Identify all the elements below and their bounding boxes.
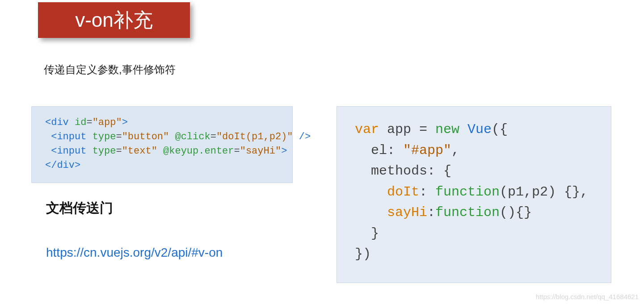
code-token: : [419,184,435,200]
doc-portal-heading: 文档传送门 [46,199,113,217]
html-code-block: <div id="app"> <input type="button" @cli… [31,106,293,183]
code-token: @keyup.enter [163,146,234,157]
code-token: el: [371,143,403,158]
code-token: <div [45,117,69,128]
code-token: var [355,122,379,137]
doc-portal-link[interactable]: https://cn.vuejs.org/v2/api/#v-on [46,246,223,260]
code-token: type [93,146,116,157]
code-token: doIt [387,184,419,200]
code-token: <input [51,146,86,157]
code-token: > [281,146,287,157]
code-token: = [86,117,92,128]
code-token: type [93,131,116,142]
code-token: id [75,117,86,128]
slide-title-badge: v-on补充 [38,2,190,38]
code-token [157,146,163,157]
code-token [355,163,371,179]
code-token [69,117,75,128]
code-token: "button" [122,131,169,142]
code-token [355,143,371,158]
code-token: : [427,205,435,220]
js-code-block: var app = new Vue({ el: "#app", methods:… [337,106,611,283]
code-token: > [122,117,128,128]
code-token: , [451,143,459,158]
code-token: function [435,184,500,200]
code-token: (){} [500,205,532,220]
code-token: sayHi [387,205,427,220]
code-token: } [371,226,379,241]
code-token: "text" [122,146,157,157]
code-token [379,122,387,137]
code-token: function [435,205,500,220]
code-token: "sayHi" [240,146,281,157]
code-token: methods: { [371,163,451,179]
watermark-text: https://blog.csdn.net/qq_41684621 [536,293,639,300]
code-token [86,146,92,157]
code-token [355,205,387,220]
code-token: = [210,131,216,142]
code-token: Vue [467,122,492,137]
code-token: ({ [492,122,508,137]
code-token [45,146,51,157]
code-token: new [435,122,459,137]
code-token: "app" [93,117,122,128]
code-token: = [116,146,122,157]
code-token: "#app" [403,143,451,158]
code-token: (p1,p2) {}, [500,184,588,200]
code-token [169,131,175,142]
code-token [45,131,51,142]
code-token [355,226,371,241]
code-token: </div> [45,160,80,171]
slide-subtitle: 传递自定义参数,事件修饰符 [44,62,176,77]
code-token: @click [175,131,210,142]
code-token: = [419,122,435,137]
code-token [86,131,92,142]
code-token: /> [293,131,311,142]
code-token [355,184,387,200]
code-token: app [387,122,419,137]
code-token: = [234,146,240,157]
code-token: <input [51,131,86,142]
code-token: }) [355,246,371,262]
code-token: = [116,131,122,142]
code-token [459,122,467,137]
code-token: "doIt(p1,p2)" [216,131,293,142]
